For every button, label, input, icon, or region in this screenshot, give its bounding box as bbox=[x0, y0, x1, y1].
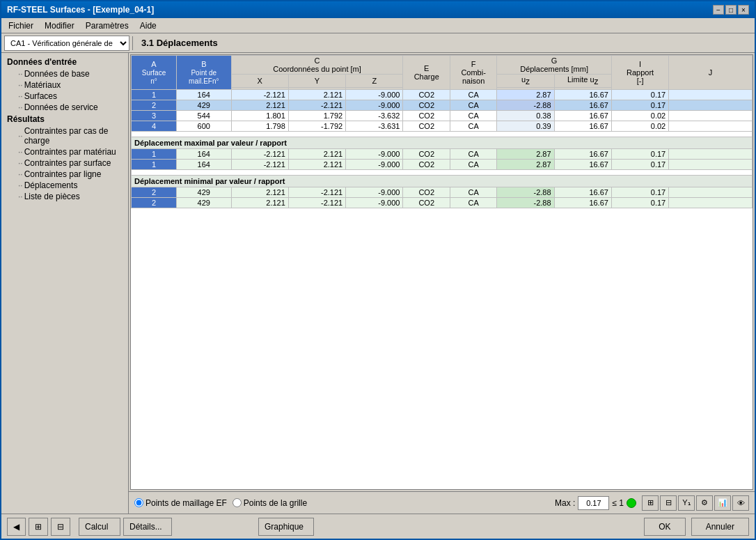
dot-icon: ·· bbox=[18, 147, 23, 157]
annuler-btn[interactable]: Annuler bbox=[691, 518, 749, 536]
cell-rapport: 0.17 bbox=[611, 149, 668, 160]
cell-z: -9.000 bbox=[346, 90, 403, 100]
icon-btn-2[interactable]: ⊟ bbox=[660, 495, 677, 511]
cell-rapport: 0.17 bbox=[611, 160, 668, 170]
status-indicator bbox=[627, 498, 636, 508]
max-input[interactable] bbox=[578, 496, 609, 510]
icon-btn-1[interactable]: ⊞ bbox=[642, 495, 659, 511]
graphique-btn[interactable]: Graphique bbox=[258, 518, 314, 536]
minimize-btn[interactable]: − bbox=[713, 5, 724, 15]
cell-rapport: 0.17 bbox=[611, 187, 668, 198]
sidebar-item-contraintes-cas[interactable]: ·· Contraintes par cas de charge bbox=[1, 125, 128, 146]
cell-limite: 16.67 bbox=[554, 121, 611, 132]
table-row[interactable]: 2 429 2.121 -2.121 -9.000 CO2 CA -2.88 1… bbox=[132, 198, 753, 208]
maximize-btn[interactable]: □ bbox=[725, 5, 737, 15]
cell-j bbox=[669, 187, 753, 198]
cell-uz: 0.38 bbox=[497, 111, 554, 121]
dot-icon: ·· bbox=[18, 180, 23, 190]
toolbar-icons: ⊞ ⊟ Y₁ ⚙ 📊 👁 bbox=[642, 495, 749, 511]
cell-y: 2.121 bbox=[288, 90, 345, 100]
sidebar-item-liste-pieces[interactable]: ·· Liste de pièces bbox=[1, 191, 128, 202]
dot-icon: ·· bbox=[18, 102, 23, 112]
ok-btn[interactable]: OK bbox=[644, 518, 685, 536]
col-c-header: CCoordonnées du point [m] bbox=[231, 56, 403, 75]
cell-surface: 2 bbox=[132, 187, 177, 198]
cell-y: 2.121 bbox=[288, 160, 345, 170]
table-row[interactable]: 1 164 -2.121 2.121 -9.000 CO2 CA 2.87 16… bbox=[132, 160, 753, 170]
col-a-header: ASurfacen° bbox=[132, 56, 177, 90]
cell-combi: CA bbox=[450, 198, 496, 208]
back-btn[interactable]: ◀ bbox=[7, 518, 26, 536]
table-row[interactable]: 2 429 2.121 -2.121 -9.000 CO2 CA -2.88 1… bbox=[132, 100, 753, 111]
menu-fichier[interactable]: Fichier bbox=[4, 20, 38, 32]
sidebar-item-surfaces[interactable]: ·· Surfaces bbox=[1, 91, 128, 102]
col-f-header: FCombi-naison bbox=[450, 56, 496, 90]
details-btn[interactable]: Détails... bbox=[123, 518, 172, 536]
menu-aide[interactable]: Aide bbox=[136, 20, 161, 32]
col-y-header: Y bbox=[288, 75, 345, 88]
icon-btn-3[interactable]: Y₁ bbox=[678, 495, 695, 511]
sidebar-item-contraintes-surf[interactable]: ·· Contraintes par surface bbox=[1, 157, 128, 169]
cell-x: -2.121 bbox=[231, 90, 288, 100]
cell-surface: 2 bbox=[132, 100, 177, 111]
table-row[interactable]: 2 429 2.121 -2.121 -9.000 CO2 CA -2.88 1… bbox=[132, 187, 753, 198]
section-title: 3.1 Déplacements bbox=[136, 35, 223, 51]
save-btn[interactable]: ⊞ bbox=[29, 518, 48, 536]
col-limite-header: Limite uz bbox=[554, 75, 611, 88]
menu-modifier[interactable]: Modifier bbox=[40, 20, 79, 32]
cell-rapport: 0.17 bbox=[611, 90, 668, 100]
title-bar: RF-STEEL Surfaces - [Exemple_04-1] − □ × bbox=[1, 1, 755, 18]
icon-btn-4[interactable]: ⚙ bbox=[696, 495, 713, 511]
cell-z: -9.000 bbox=[346, 160, 403, 170]
sidebar-item-contraintes-ligne[interactable]: ·· Contraintes par ligne bbox=[1, 169, 128, 180]
cell-charge: CO2 bbox=[403, 100, 450, 111]
bottom-right-btns: OK Annuler bbox=[644, 518, 749, 536]
calcul-btn[interactable]: Calcul bbox=[79, 518, 120, 536]
icon-btn-5[interactable]: 📊 bbox=[714, 495, 731, 511]
cell-limite: 16.67 bbox=[554, 100, 611, 111]
export-btn[interactable]: ⊟ bbox=[51, 518, 70, 536]
sidebar-item-deplacements[interactable]: ·· Déplacements bbox=[1, 180, 128, 191]
cell-surface: 1 bbox=[132, 160, 177, 170]
radio-maillage-label[interactable]: Points de maillage EF bbox=[134, 498, 227, 508]
radio-grille-label[interactable]: Points de la grille bbox=[233, 498, 307, 508]
cell-x: 1.801 bbox=[231, 111, 288, 121]
cell-x: 2.121 bbox=[231, 187, 288, 198]
section-min-label: Déplacement minimal par valeur / rapport bbox=[132, 176, 753, 187]
dot-icon: ·· bbox=[18, 169, 23, 179]
radio-maillage[interactable] bbox=[134, 498, 143, 507]
table-row[interactable]: 1 164 -2.121 2.121 -9.000 CO2 CA 2.87 16… bbox=[132, 90, 753, 100]
cell-limite: 16.67 bbox=[554, 160, 611, 170]
dot-icon: ·· bbox=[18, 131, 23, 141]
cell-uz: 0.39 bbox=[497, 121, 554, 132]
sidebar-item-contraintes-mat[interactable]: ·· Contraintes par matériau bbox=[1, 146, 128, 157]
case-selector[interactable]: CA1 - Vérification générale de c bbox=[4, 36, 129, 51]
close-btn[interactable]: × bbox=[738, 5, 749, 15]
cell-uz: -2.88 bbox=[497, 198, 554, 208]
cell-j bbox=[669, 198, 753, 208]
window-title: RF-STEEL Surfaces - [Exemple_04-1] bbox=[7, 5, 154, 15]
icon-btn-6[interactable]: 👁 bbox=[732, 495, 749, 511]
sidebar-item-materiaux[interactable]: ·· Matériaux bbox=[1, 79, 128, 91]
table-row[interactable]: 1 164 -2.121 2.121 -9.000 CO2 CA 2.87 16… bbox=[132, 149, 753, 160]
menu-parametres[interactable]: Paramètres bbox=[81, 20, 133, 32]
table-row[interactable]: 4 600 1.798 -1.792 -3.631 CO2 CA 0.39 16… bbox=[132, 121, 753, 132]
cell-y: -2.121 bbox=[288, 100, 345, 111]
table-row[interactable]: 3 544 1.801 1.792 -3.632 CO2 CA 0.38 16.… bbox=[132, 111, 753, 121]
cell-uz: 2.87 bbox=[497, 160, 554, 170]
data-table: ASurfacen° BPoint demail.EFn° CCoordonné… bbox=[131, 55, 753, 208]
cell-y: -2.121 bbox=[288, 187, 345, 198]
cell-limite: 16.67 bbox=[554, 149, 611, 160]
footer-right: Max : ≤ 1 ⊞ ⊟ Y₁ ⚙ 📊 👁 bbox=[555, 495, 749, 511]
cell-x: 1.798 bbox=[231, 121, 288, 132]
cell-x: -2.121 bbox=[231, 149, 288, 160]
sidebar-item-donnees-service[interactable]: ·· Données de service bbox=[1, 102, 128, 113]
cell-j bbox=[669, 100, 753, 111]
cell-charge: CO2 bbox=[403, 111, 450, 121]
sidebar-item-donnees-base[interactable]: ·· Données de base bbox=[1, 68, 128, 79]
radio-grille[interactable] bbox=[233, 498, 242, 507]
sidebar-section-results: Résultats bbox=[1, 113, 128, 125]
cell-y: -2.121 bbox=[288, 198, 345, 208]
cell-limite: 16.67 bbox=[554, 111, 611, 121]
cell-point: 429 bbox=[177, 187, 232, 198]
